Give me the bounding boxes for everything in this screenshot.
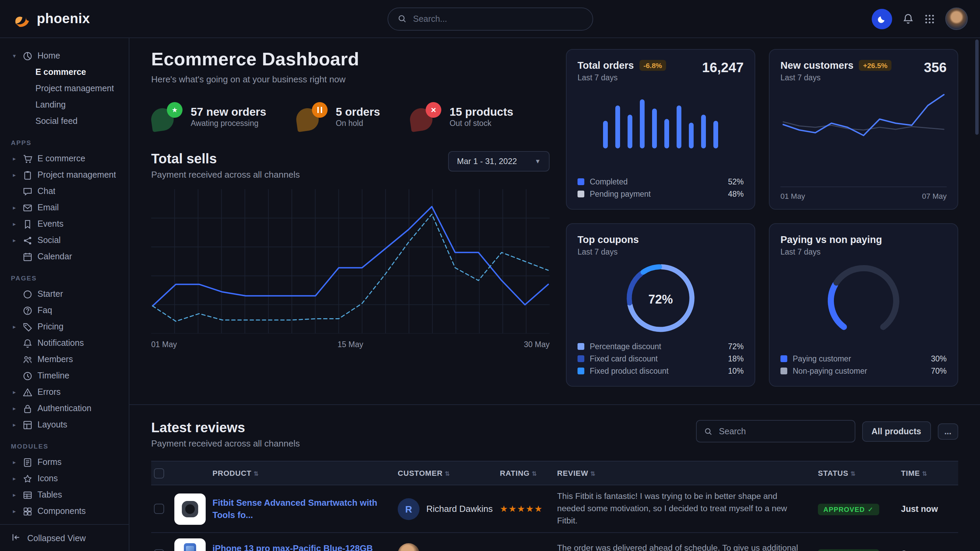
time-cell: Just now: [901, 549, 958, 551]
sidebar-item-notifications[interactable]: Notifications: [8, 335, 122, 351]
sidebar-item-forms[interactable]: ▸ Forms: [8, 454, 122, 470]
chevron-right-icon: ▸: [11, 389, 18, 395]
column-product[interactable]: PRODUCT⇅: [213, 469, 398, 477]
phoenix-logo-icon: [12, 9, 31, 28]
chevron-right-icon: ▸: [11, 475, 18, 482]
sidebar-item-members[interactable]: Members: [8, 351, 122, 368]
sidebar-item-starter[interactable]: Starter: [8, 286, 122, 302]
sidebar-item-pricing[interactable]: ▸ Pricing: [8, 319, 122, 335]
total-orders-bar-chart: [599, 87, 722, 148]
sidebar-item-app-events[interactable]: ▸ Events: [8, 216, 122, 232]
sidebar-item-tables[interactable]: ▸ Tables: [8, 487, 122, 503]
new-customers-card: New customers +26.5% Last 7 days 356 01 …: [769, 49, 958, 210]
product-link[interactable]: Fitbit Sense Advanced Smartwatch with To…: [213, 497, 398, 521]
sidebar-item-project-management-dashboard[interactable]: Project management: [34, 80, 122, 97]
row-checkbox[interactable]: [154, 504, 164, 514]
select-all-checkbox[interactable]: [154, 468, 164, 478]
share-icon: [22, 235, 33, 245]
all-products-button[interactable]: All products: [862, 421, 931, 441]
x-axis-labels: 01 May 15 May 30 May: [151, 340, 550, 348]
stat-new-orders: ★ 57 new orders Awating processing: [151, 102, 266, 131]
stat-orders-on-hold: 5 orders On hold: [296, 102, 380, 131]
global-search[interactable]: [387, 7, 593, 30]
status-badge: APPROVED✓: [818, 549, 879, 551]
sidebar-section-pages: PAGES: [11, 274, 122, 282]
question-icon: [22, 305, 33, 316]
collapsed-view-toggle[interactable]: Collapsed View: [0, 524, 129, 551]
sidebar-item-icons[interactable]: ▸ Icons: [8, 470, 122, 487]
sidebar-item-timeline[interactable]: Timeline: [8, 368, 122, 384]
sidebar-item-social-feed[interactable]: Social feed: [34, 113, 122, 129]
row-checkbox[interactable]: [154, 549, 164, 551]
sidebar-item-app-calendar[interactable]: Calendar: [8, 248, 122, 265]
search-input[interactable]: [412, 13, 582, 24]
page-subtitle: Here's what's going on at your business …: [151, 74, 550, 84]
user-avatar[interactable]: [945, 8, 968, 30]
sidebar-item-app-social[interactable]: ▸ Social: [8, 232, 122, 248]
sidebar-item-app-email[interactable]: ▸ Email: [8, 199, 122, 216]
sidebar-item-app-ecommerce[interactable]: ▸ E commerce: [8, 151, 122, 167]
sidebar-item-components[interactable]: ▸ Components: [8, 503, 122, 519]
sidebar-item-app-chat[interactable]: Chat: [8, 183, 122, 199]
sort-icon: ⇅: [253, 470, 259, 477]
legend-paying-customer: Paying customer 30%: [780, 353, 947, 365]
column-status[interactable]: STATUS⇅: [818, 469, 901, 477]
reviews-toolbar: All products ...: [696, 420, 958, 442]
chevron-right-icon: ▸: [11, 405, 18, 412]
circle-icon: [22, 289, 33, 299]
reviews-search[interactable]: [696, 420, 855, 442]
moon-icon: [877, 14, 887, 24]
hero-left: Ecommerce Dashboard Here's what's going …: [151, 49, 550, 387]
apps-grid-button[interactable]: [924, 13, 935, 24]
users-icon: [22, 354, 33, 365]
table-row: Fitbit Sense Advanced Smartwatch with To…: [151, 485, 958, 533]
scrollbar-thumb[interactable]: [975, 40, 978, 135]
product-link[interactable]: iPhone 13 pro max-Pacific Blue-128GB sto…: [213, 543, 398, 551]
total-orders-card: Total orders -6.8% Last 7 days 16,247: [566, 49, 755, 210]
sort-icon: ⇅: [445, 470, 450, 477]
chevron-down-icon: ▼: [535, 158, 541, 165]
sidebar-item-landing[interactable]: Landing: [34, 97, 122, 113]
column-rating[interactable]: RATING⇅: [500, 469, 557, 477]
column-customer[interactable]: CUSTOMER⇅: [398, 469, 500, 477]
tag-icon: [22, 322, 33, 332]
sidebar-item-errors[interactable]: ▸ Errors: [8, 384, 122, 400]
layout-icon: [22, 420, 33, 430]
lock-icon: [22, 403, 33, 413]
navbar-actions: [872, 8, 968, 30]
brand-logo[interactable]: phoenix: [12, 9, 129, 28]
chevron-right-icon: ▸: [11, 421, 18, 428]
sidebar-item-ecommerce-dashboard[interactable]: E commerce: [34, 64, 122, 80]
table-row: iPhone 13 pro max-Pacific Blue-128GB sto…: [151, 533, 958, 551]
reviews-search-input[interactable]: [718, 426, 847, 437]
stat-out-of-stock: × 15 products Out of stock: [410, 102, 513, 131]
column-review[interactable]: REVIEW⇅: [557, 469, 818, 477]
sidebar-item-authentication[interactable]: ▸ Authentication: [8, 400, 122, 416]
column-time[interactable]: TIME⇅: [901, 469, 958, 477]
chat-icon: [22, 186, 33, 196]
change-badge: -6.8%: [639, 60, 666, 71]
sidebar-section-apps: APPS: [11, 139, 122, 146]
notifications-button[interactable]: [902, 13, 914, 24]
new-orders-icon: ★: [151, 102, 183, 131]
star-icon: ★: [167, 102, 183, 118]
review-text: The order was delivered ahead of schedul…: [557, 542, 818, 551]
bell-icon: [22, 338, 33, 348]
chevron-right-icon: ▸: [11, 491, 18, 498]
legend-fixed-card-discount: Fixed card discount 18%: [578, 353, 744, 365]
sidebar-item-app-project-management[interactable]: ▸ Project management: [8, 167, 122, 183]
customer-cell: Ashley Garrett: [398, 543, 500, 551]
sort-icon: ⇅: [590, 470, 596, 477]
sidebar-item-layouts[interactable]: ▸ Layouts: [8, 416, 122, 433]
rating-stars: ★★★☆☆: [500, 549, 557, 551]
pie-chart-icon: [22, 51, 33, 61]
more-options-button[interactable]: ...: [937, 423, 958, 439]
total-sells-chart: 01 May 15 May 30 May: [151, 189, 550, 348]
date-range-select[interactable]: Mar 1 - 31, 2022 ▼: [448, 151, 550, 171]
sidebar-item-faq[interactable]: Faq: [8, 302, 122, 319]
sidebar-item-home[interactable]: ▾ Home: [8, 48, 122, 64]
theme-toggle-button[interactable]: [872, 8, 892, 29]
legend-fixed-product-discount: Fixed product discount 10%: [578, 365, 744, 377]
form-icon: [22, 457, 33, 467]
cart-icon: [22, 154, 33, 164]
